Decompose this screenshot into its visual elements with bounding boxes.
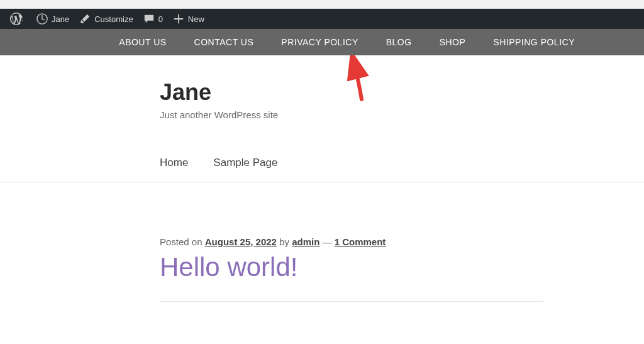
post-meta-by: by <box>277 236 292 247</box>
nav-contact-us[interactable]: CONTACT US <box>194 37 254 47</box>
nav-shipping-policy[interactable]: SHIPPING POLICY <box>493 37 575 47</box>
nav-shop[interactable]: SHOP <box>440 37 466 47</box>
admin-new-label: New <box>188 14 204 24</box>
admin-customize[interactable]: Customize <box>74 9 138 29</box>
site-content: Jane Just another WordPress site Home Sa… <box>0 55 644 182</box>
page-navigation: Home Sample Page <box>160 157 644 182</box>
page-nav-home[interactable]: Home <box>160 157 188 169</box>
brush-icon <box>79 13 91 25</box>
post-date-link[interactable]: August 25, 2022 <box>205 236 277 247</box>
nav-privacy-policy[interactable]: PRIVACY POLICY <box>281 37 358 47</box>
post-meta: Posted on August 25, 2022 by admin — 1 C… <box>160 236 594 247</box>
site-tagline: Just another WordPress site <box>160 109 644 120</box>
post-meta-postedon: Posted on <box>160 236 205 247</box>
wordpress-icon <box>10 13 23 25</box>
admin-comments[interactable]: 0 <box>138 9 168 29</box>
admin-comment-count: 0 <box>158 14 163 24</box>
nav-about-us[interactable]: ABOUT US <box>119 37 166 47</box>
post-author-link[interactable]: admin <box>292 236 319 247</box>
admin-site-name: Jane <box>52 14 69 24</box>
wp-admin-bar: Jane Customize 0 New <box>0 9 644 29</box>
post-divider <box>160 301 543 302</box>
admin-site-link[interactable]: Jane <box>31 9 74 29</box>
site-title[interactable]: Jane <box>160 79 644 106</box>
page-nav-sample[interactable]: Sample Page <box>213 157 277 169</box>
nav-blog[interactable]: BLOG <box>386 37 412 47</box>
post-area: Posted on August 25, 2022 by admin — 1 C… <box>0 182 644 302</box>
dashboard-icon <box>36 13 48 25</box>
comment-icon <box>143 13 155 25</box>
admin-new[interactable]: New <box>168 9 209 29</box>
plus-icon <box>173 13 184 25</box>
top-navigation: ABOUT US CONTACT US PRIVACY POLICY BLOG … <box>0 29 644 55</box>
wp-logo[interactable] <box>5 9 31 29</box>
post-meta-separator: — <box>319 236 334 247</box>
browser-chrome-top <box>0 0 644 9</box>
post-title[interactable]: Hello world! <box>160 252 594 282</box>
admin-customize-label: Customize <box>94 14 133 24</box>
post-comment-link[interactable]: 1 Comment <box>335 236 386 247</box>
